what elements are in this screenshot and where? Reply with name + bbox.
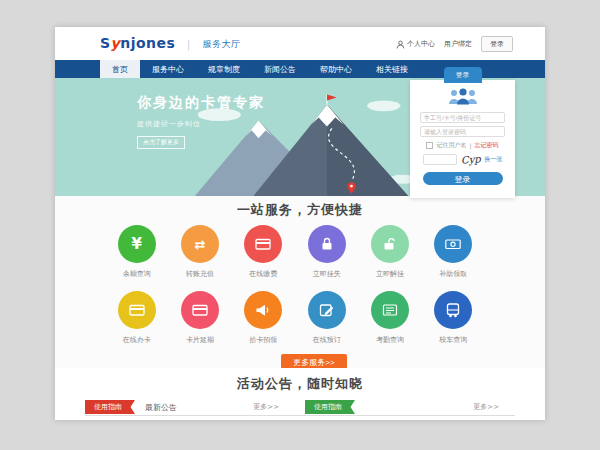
user-binding-link[interactable]: 用户绑定: [444, 39, 472, 49]
login-panel: 登录 记住用户名 | 忘记密码 Cyp 换一张 登录: [410, 80, 515, 198]
remember-checkbox[interactable]: [426, 142, 433, 149]
service-item-unfreeze[interactable]: 立即解挂: [358, 225, 421, 279]
bank-card-icon: [128, 301, 146, 319]
latest-news-tab[interactable]: 最新公告: [145, 402, 177, 413]
service-item-online-booking[interactable]: 在线预订: [295, 291, 358, 345]
announcement-panel-right: 使用指南 更多>>: [305, 399, 515, 415]
service-item-lost-found[interactable]: 拾卡招领: [232, 291, 295, 345]
unlock-icon: [381, 235, 399, 253]
nav-item-news[interactable]: 新闻公告: [252, 60, 308, 78]
login-submit-button[interactable]: 登录: [423, 172, 503, 185]
more-link-left[interactable]: 更多>>: [253, 402, 279, 412]
services-grid: ¥ 余额查询 ⇄ 转账充值 在线缴费: [105, 225, 485, 345]
hero-subtitle: 提供捷径一步到位: [137, 119, 265, 129]
service-label: 转账充值: [168, 269, 231, 279]
captcha-input[interactable]: [423, 154, 457, 165]
synjones-logo[interactable]: Synjones | 服务大厅: [100, 35, 240, 51]
captcha-row: Cyp 换一张: [410, 154, 515, 165]
service-label: 卡片延期: [168, 335, 231, 345]
guide-ribbon-red[interactable]: 使用指南: [85, 400, 135, 414]
announcement-panel-left: 使用指南 最新公告 更多>>: [85, 399, 295, 415]
service-label: 立即解挂: [358, 269, 421, 279]
service-label: 考勤查询: [358, 335, 421, 345]
person-icon: [396, 40, 405, 49]
users-group-icon: [447, 87, 479, 105]
service-label: 余额查询: [105, 269, 168, 279]
username-input[interactable]: [420, 112, 505, 123]
services-section: 一站服务，方便快捷 ¥ 余额查询 ⇄ 转账充值: [55, 196, 545, 368]
desktop-background: Synjones | 服务大厅 个人中心 用户绑定 登录 首页 服务中心 规章制…: [0, 0, 600, 450]
services-title: 一站服务，方便快捷: [55, 196, 545, 219]
logo-divider: |: [187, 38, 191, 51]
nav-item-links[interactable]: 相关链接: [364, 60, 420, 78]
more-link-right[interactable]: 更多>>: [473, 402, 499, 412]
login-options: 记住用户名 | 忘记密码: [410, 141, 515, 150]
logo-accent: y: [111, 35, 121, 51]
banknote-icon: [444, 235, 462, 253]
more-services-button[interactable]: 更多服务>>: [281, 354, 347, 369]
service-label: 拾卡招领: [232, 335, 295, 345]
service-label: 在线预订: [295, 335, 358, 345]
service-item-apply-card[interactable]: 在线办卡: [105, 291, 168, 345]
header-user-area: 个人中心 用户绑定 登录: [396, 36, 513, 52]
service-label: 立即挂失: [295, 269, 358, 279]
login-tab[interactable]: 登录: [444, 67, 482, 83]
edit-icon: [318, 301, 336, 319]
announcements-section: 活动公告，随时知晓 使用指南 最新公告 更多>> 使用指南 更多>>: [55, 368, 545, 416]
header-login-button[interactable]: 登录: [481, 36, 513, 52]
announcement-tabs-row: 使用指南 最新公告 更多>> 使用指南 更多>>: [85, 399, 515, 416]
service-label: 在线办卡: [105, 335, 168, 345]
service-item-attendance[interactable]: 考勤查询: [358, 291, 421, 345]
captcha-image[interactable]: Cyp: [460, 153, 480, 165]
personal-center-link[interactable]: 个人中心: [396, 39, 435, 49]
hero-title: 你身边的卡管专家: [137, 94, 265, 112]
captcha-refresh-link[interactable]: 换一张: [484, 155, 502, 164]
top-header: Synjones | 服务大厅 个人中心 用户绑定 登录: [55, 27, 545, 60]
service-item-card-extension[interactable]: 卡片延期: [168, 291, 231, 345]
announcements-title: 活动公告，随时知晓: [55, 368, 545, 393]
options-divider: |: [469, 142, 471, 149]
forgot-password-link[interactable]: 忘记密码: [475, 141, 499, 150]
lock-icon: [318, 235, 336, 253]
bus-icon: [444, 301, 462, 319]
hero-text: 你身边的卡管专家 提供捷径一步到位 点击了解更多: [137, 94, 265, 149]
nav-item-service-center[interactable]: 服务中心: [140, 60, 196, 78]
transfer-icon: ⇄: [195, 238, 206, 251]
password-input[interactable]: [420, 126, 505, 137]
nav-item-home[interactable]: 首页: [100, 60, 140, 78]
nav-item-help-center[interactable]: 帮助中心: [308, 60, 364, 78]
service-item-online-payment[interactable]: 在线缴费: [232, 225, 295, 279]
service-label: 补助领取: [422, 269, 485, 279]
service-label: 在线缴费: [232, 269, 295, 279]
webpage: Synjones | 服务大厅 个人中心 用户绑定 登录 首页 服务中心 规章制…: [55, 27, 545, 420]
service-item-balance[interactable]: ¥ 余额查询: [105, 225, 168, 279]
service-item-report-loss[interactable]: 立即挂失: [295, 225, 358, 279]
bank-card-icon: [191, 301, 209, 319]
service-item-subsidy[interactable]: 补助领取: [422, 225, 485, 279]
service-item-transfer[interactable]: ⇄ 转账充值: [168, 225, 231, 279]
hero-cta-button[interactable]: 点击了解更多: [137, 136, 185, 149]
attendance-icon: [381, 301, 399, 319]
logo-text: S: [100, 35, 111, 51]
logo-tagline: 服务大厅: [202, 39, 240, 49]
logo-text-2: njones: [120, 35, 175, 51]
yuan-icon: ¥: [131, 237, 141, 252]
guide-ribbon-green[interactable]: 使用指南: [305, 400, 355, 414]
megaphone-icon: [254, 301, 272, 319]
service-item-school-bus[interactable]: 校车查询: [422, 291, 485, 345]
nav-item-regulations[interactable]: 规章制度: [196, 60, 252, 78]
remember-label: 记住用户名: [436, 141, 466, 150]
bank-card-icon: [254, 235, 272, 253]
service-label: 校车查询: [422, 335, 485, 345]
